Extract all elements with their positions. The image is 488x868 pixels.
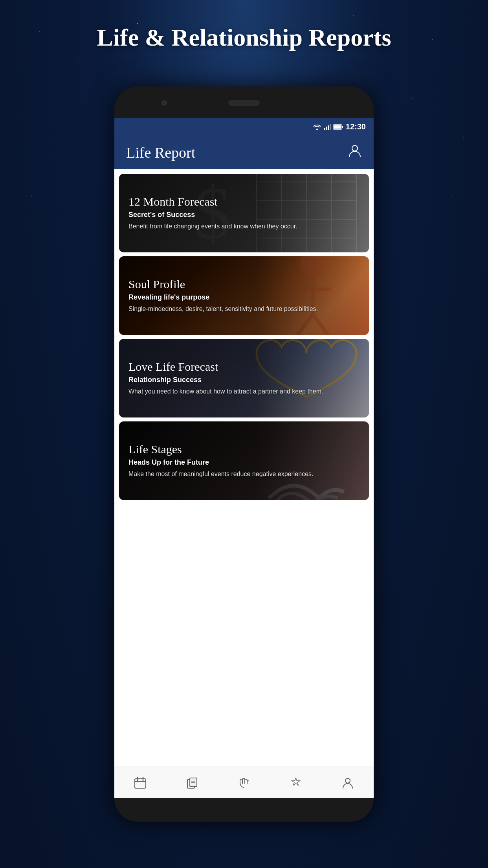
card-4-description: Make the most of meaningful events reduc… [128, 470, 360, 478]
svg-rect-5 [342, 126, 343, 128]
profile-nav-icon [341, 776, 354, 789]
card-12-month-forecast[interactable]: $ 12 Month Forecast Secret's of Success … [119, 174, 369, 252]
nav-item-profile[interactable] [341, 776, 354, 789]
bottom-navigation: + · [114, 767, 374, 798]
card-2-subtitle: Revealing life's purpose [128, 293, 360, 302]
card-soul-profile[interactable]: Soul Profile Revealing life's purpose Si… [119, 256, 369, 335]
nav-item-calendar[interactable] [134, 776, 147, 789]
earpiece-speaker [228, 100, 260, 106]
svg-rect-0 [324, 128, 325, 130]
svg-rect-24 [190, 778, 197, 787]
card-3-title: Love Life Forecast [128, 360, 360, 373]
hand-nav-icon [238, 776, 250, 789]
status-time: 12:30 [346, 122, 366, 131]
svg-point-7 [352, 145, 358, 151]
card-1-description: Benefit from life changing events and kn… [128, 222, 360, 231]
content-area: $ 12 Month Forecast Secret's of Success … [114, 169, 374, 767]
svg-rect-2 [328, 125, 329, 130]
svg-rect-19 [135, 779, 146, 788]
card-love-life-forecast[interactable]: Love Life Forecast Relationship Success … [119, 339, 369, 417]
app-header-title: Life Report [126, 144, 195, 161]
page-title: Life & Relationship Reports [0, 24, 488, 51]
phone-screen: 12:30 Life Report [114, 118, 374, 798]
nav-item-cards[interactable] [186, 776, 198, 789]
app-header: Life Report [114, 136, 374, 169]
card-4-title: Life Stages [128, 443, 360, 456]
card-life-stages[interactable]: Life Stages Heads Up for the Future Make… [119, 421, 369, 500]
front-camera [161, 100, 167, 106]
card-2-content: Soul Profile Revealing life's purpose Si… [119, 256, 369, 335]
card-4-content: Life Stages Heads Up for the Future Make… [119, 421, 369, 500]
card-3-subtitle: Relationship Success [128, 376, 360, 384]
svg-rect-1 [326, 127, 327, 130]
card-1-title: 12 Month Forecast [128, 195, 360, 208]
svg-rect-3 [330, 124, 331, 130]
status-icons: 12:30 [313, 122, 366, 131]
svg-point-29 [345, 778, 350, 783]
stars-nav-icon: + · [290, 776, 302, 789]
card-1-subtitle: Secret's of Success [128, 211, 360, 219]
svg-rect-6 [334, 125, 341, 129]
calendar-nav-icon [134, 776, 147, 789]
signal-icon [324, 124, 331, 130]
battery-icon [333, 124, 343, 130]
phone-frame: 12:30 Life Report [114, 86, 374, 822]
nav-item-hand[interactable] [238, 776, 250, 789]
wifi-icon [313, 124, 321, 130]
card-2-description: Single-mindedness, desire, talent, sensi… [128, 305, 360, 313]
phone-bezel-top [114, 86, 374, 118]
user-account-icon[interactable] [348, 143, 362, 161]
card-1-content: 12 Month Forecast Secret's of Success Be… [119, 174, 369, 252]
status-bar: 12:30 [114, 118, 374, 136]
card-3-description: What you need to know about how to attra… [128, 387, 360, 396]
card-2-title: Soul Profile [128, 278, 360, 291]
cards-nav-icon [186, 776, 198, 789]
phone-bezel-bottom [114, 798, 374, 822]
card-4-subtitle: Heads Up for the Future [128, 458, 360, 467]
nav-item-stars[interactable]: + · [290, 776, 302, 789]
svg-text:·: · [298, 779, 299, 781]
card-3-content: Love Life Forecast Relationship Success … [119, 339, 369, 417]
